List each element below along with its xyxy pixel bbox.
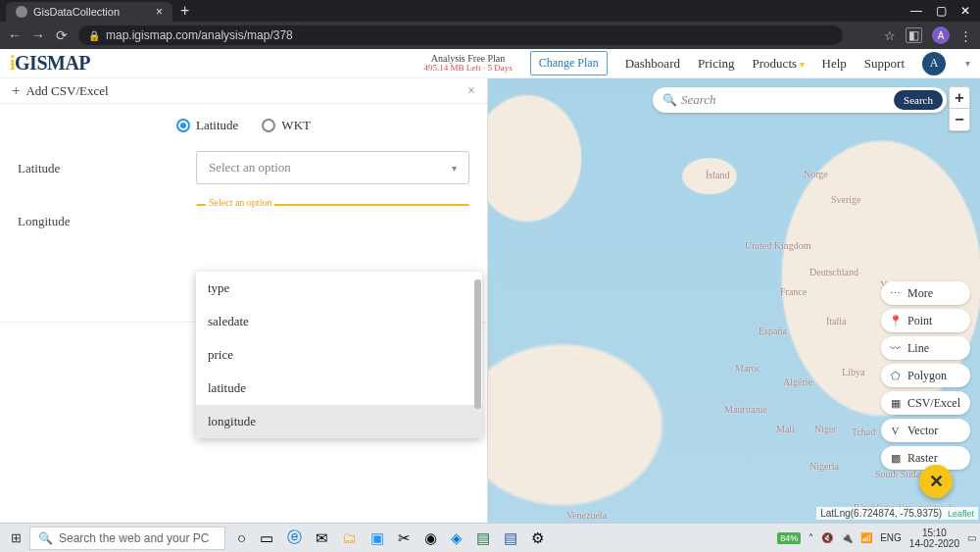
wifi-icon[interactable]: 📶 bbox=[860, 532, 872, 543]
longitude-label: Longitude bbox=[18, 204, 184, 229]
browser-menu-icon[interactable]: ⋮ bbox=[959, 28, 972, 43]
map-label: Tchad bbox=[852, 427, 875, 437]
brand-logo[interactable]: iGISMAP bbox=[10, 52, 90, 75]
dropdown-option-saledate[interactable]: saledate bbox=[196, 305, 482, 338]
url-field[interactable]: 🔒 map.igismap.com/analysis/map/378 bbox=[78, 25, 843, 45]
mail-icon[interactable]: ✉ bbox=[316, 529, 328, 547]
new-tab-button[interactable]: + bbox=[172, 2, 197, 20]
start-button[interactable]: ⊞ bbox=[4, 527, 27, 550]
nav-dashboard[interactable]: Dashboard bbox=[625, 56, 680, 72]
tab-title: GisDataCollection bbox=[33, 6, 120, 18]
cortana-icon[interactable]: ○ bbox=[237, 529, 246, 546]
csv-icon: ▦ bbox=[889, 397, 902, 410]
fab-close-button[interactable]: ✕ bbox=[919, 465, 953, 498]
dropdown-option-type[interactable]: type bbox=[196, 272, 482, 305]
tool-line[interactable]: 〰Line bbox=[881, 336, 970, 360]
window-maximize-icon[interactable]: ▢ bbox=[936, 4, 947, 18]
map-label: Mali bbox=[776, 424, 795, 434]
browser-address-bar: ← → ⟳ 🔒 map.igismap.com/analysis/map/378… bbox=[0, 22, 980, 49]
edge-icon[interactable]: ⓔ bbox=[287, 528, 302, 547]
latitude-label: Latitude bbox=[18, 151, 184, 176]
explorer-icon[interactable]: 🗂 bbox=[342, 529, 357, 546]
word-icon[interactable]: ▤ bbox=[504, 529, 517, 547]
tool-point[interactable]: 📍Point bbox=[881, 309, 970, 332]
vscode-icon[interactable]: ◈ bbox=[451, 529, 463, 547]
map-label: Mauritanie bbox=[724, 404, 767, 415]
app-icon[interactable]: ▣ bbox=[370, 529, 384, 547]
plus-icon: + bbox=[12, 82, 20, 99]
panel-header: + Add CSV/Excel × bbox=[0, 78, 487, 104]
browser-titlebar: GisDataCollection × + — ▢ ✕ bbox=[0, 0, 980, 22]
extension-icon[interactable]: ◧ bbox=[906, 27, 922, 43]
map-label: Deutschland bbox=[809, 267, 858, 277]
select-placeholder: Select an option bbox=[209, 160, 291, 176]
window-close-icon[interactable]: ✕ bbox=[960, 4, 970, 18]
nav-products[interactable]: Products bbox=[753, 56, 805, 72]
windows-search[interactable]: 🔍 Search the web and your PC bbox=[29, 527, 225, 550]
map-attribution: LatLng(6.724874, -75.9375) Leaflet bbox=[816, 507, 978, 520]
notifications-icon[interactable]: ▭ bbox=[967, 532, 976, 543]
tool-polygon[interactable]: ⬠Polygon bbox=[881, 364, 970, 387]
system-tray: 84% ˄ 🔇 🔌 📶 ENG 15:10 14-02-2020 ▭ bbox=[777, 527, 976, 549]
map-label: France bbox=[780, 286, 807, 297]
battery-indicator[interactable]: 84% bbox=[777, 532, 801, 544]
settings-icon[interactable]: ⚙ bbox=[531, 529, 544, 547]
browser-tab[interactable]: GisDataCollection × bbox=[6, 2, 172, 22]
taskview-icon[interactable]: ▭ bbox=[260, 529, 273, 547]
search-icon: 🔍 bbox=[38, 531, 53, 545]
tool-csv[interactable]: ▦CSV/Excel bbox=[881, 391, 970, 415]
volume-icon[interactable]: 🔇 bbox=[821, 532, 833, 543]
panel-title: Add CSV/Excel bbox=[25, 83, 108, 99]
url-text: map.igismap.com/analysis/map/378 bbox=[106, 28, 293, 42]
map-label: Niger bbox=[814, 424, 837, 434]
power-icon[interactable]: 🔌 bbox=[841, 532, 853, 543]
forward-icon[interactable]: → bbox=[31, 27, 45, 43]
windows-taskbar: ⊞ 🔍 Search the web and your PC ○ ▭ ⓔ ✉ 🗂… bbox=[0, 523, 980, 552]
snip-icon[interactable]: ✂ bbox=[398, 529, 411, 547]
user-menu-caret-icon[interactable]: ▾ bbox=[965, 58, 970, 69]
radio-wkt[interactable]: WKT bbox=[262, 118, 311, 133]
zoom-in-button[interactable]: + bbox=[950, 87, 969, 109]
taskbar-apps: ○ ▭ ⓔ ✉ 🗂 ▣ ✂ ◉ ◈ ▤ ▤ ⚙ bbox=[237, 528, 544, 547]
reload-icon[interactable]: ⟳ bbox=[55, 27, 69, 43]
nav-help[interactable]: Help bbox=[822, 56, 847, 72]
map-search-bar[interactable]: 🔍 Search Search bbox=[653, 87, 947, 113]
lang-indicator[interactable]: ENG bbox=[880, 532, 902, 543]
back-icon[interactable]: ← bbox=[8, 27, 22, 43]
dropdown-scrollbar[interactable] bbox=[474, 279, 481, 409]
search-icon: 🔍 bbox=[662, 93, 677, 108]
dropdown-option-longitude[interactable]: longitude bbox=[196, 405, 482, 438]
change-plan-button[interactable]: Change Plan bbox=[530, 51, 608, 75]
tool-raster[interactable]: ▩Raster bbox=[881, 446, 970, 470]
search-button[interactable]: Search bbox=[894, 90, 943, 110]
tray-up-icon[interactable]: ˄ bbox=[808, 532, 813, 543]
latitude-select[interactable]: Select an option ▾ bbox=[196, 151, 469, 184]
tool-more[interactable]: ⋯More bbox=[881, 281, 970, 305]
leaflet-link[interactable]: Leaflet bbox=[948, 509, 974, 519]
radio-checked-icon bbox=[176, 119, 190, 132]
profile-avatar[interactable]: A bbox=[932, 26, 950, 44]
plan-info: Analysis Free Plan 495.14 MB Left · 5 Da… bbox=[423, 53, 512, 74]
star-icon[interactable]: ☆ bbox=[884, 28, 896, 43]
user-avatar[interactable]: A bbox=[922, 52, 946, 75]
map-label: Italia bbox=[826, 316, 847, 326]
longitude-row: Longitude Select an option bbox=[0, 188, 487, 233]
radio-latitude[interactable]: Latitude bbox=[176, 118, 238, 133]
raster-icon: ▩ bbox=[889, 452, 902, 465]
dropdown-option-latitude[interactable]: latitude bbox=[196, 372, 482, 405]
clock[interactable]: 15:10 14-02-2020 bbox=[909, 527, 959, 549]
dropdown-option-price[interactable]: price bbox=[196, 338, 482, 372]
map-viewport[interactable]: Ísland United Kingdom France España Deut… bbox=[488, 78, 980, 523]
tab-close-icon[interactable]: × bbox=[156, 5, 163, 19]
window-minimize-icon[interactable]: — bbox=[910, 4, 922, 18]
chrome-icon[interactable]: ◉ bbox=[424, 529, 437, 547]
radio-unchecked-icon bbox=[262, 119, 275, 132]
tool-vector[interactable]: VVector bbox=[881, 419, 970, 442]
map-label: Maroc bbox=[735, 363, 760, 374]
panel-close-icon[interactable]: × bbox=[467, 83, 475, 99]
nav-pricing[interactable]: Pricing bbox=[698, 56, 735, 72]
zoom-out-button[interactable]: − bbox=[950, 109, 969, 130]
longitude-select[interactable]: Select an option bbox=[196, 204, 469, 218]
nav-support[interactable]: Support bbox=[864, 56, 905, 72]
excel-icon[interactable]: ▤ bbox=[476, 529, 490, 547]
